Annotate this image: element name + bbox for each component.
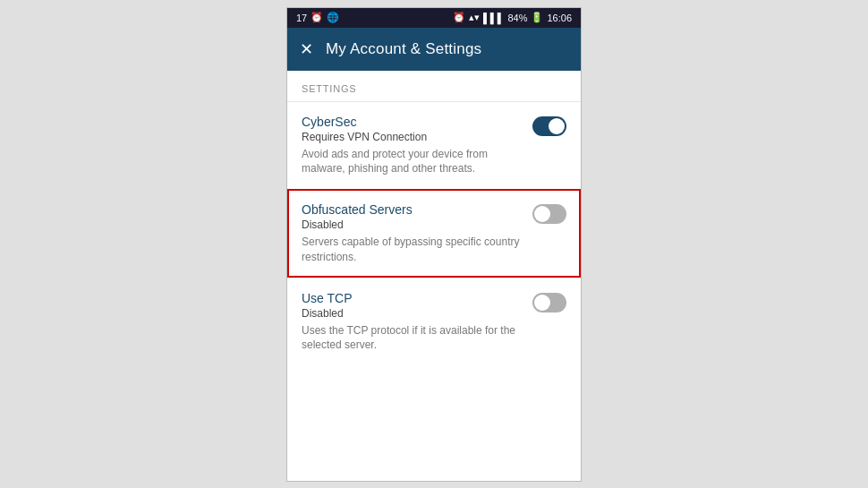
battery-level: 84% bbox=[507, 13, 527, 23]
vpn-icon: 🌐 bbox=[327, 12, 339, 23]
phone-frame: 17 ⏰ 🌐 ⏰ ▴▾ ▌▌▌ 84% 🔋 16:06 ✕ My Account… bbox=[286, 7, 582, 482]
obfuscated-text: Obfuscated Servers Disabled Servers capa… bbox=[302, 202, 523, 265]
status-right: ⏰ ▴▾ ▌▌▌ 84% 🔋 16:06 bbox=[453, 12, 572, 23]
obfuscated-description: Servers capable of bypassing specific co… bbox=[302, 235, 523, 265]
close-button[interactable]: ✕ bbox=[300, 39, 313, 59]
notification-count: 17 bbox=[296, 13, 307, 23]
cybersec-title: CyberSec bbox=[302, 115, 523, 129]
cybersec-toggle-knob bbox=[549, 118, 565, 134]
usetcp-toggle[interactable] bbox=[532, 293, 566, 312]
setting-item-usetcp: Use TCP Disabled Uses the TCP protocol i… bbox=[287, 278, 581, 366]
section-label: SETTINGS bbox=[287, 71, 581, 101]
battery-icon: 🔋 bbox=[531, 12, 543, 23]
cybersec-subtitle: Requires VPN Connection bbox=[302, 131, 523, 143]
alarm-icon: ⏰ bbox=[311, 12, 323, 23]
usetcp-text: Use TCP Disabled Uses the TCP protocol i… bbox=[302, 291, 523, 354]
usetcp-subtitle: Disabled bbox=[302, 307, 523, 320]
usetcp-description: Uses the TCP protocol if it is available… bbox=[302, 323, 523, 354]
top-bar: ✕ My Account & Settings bbox=[287, 28, 581, 71]
status-bar: 17 ⏰ 🌐 ⏰ ▴▾ ▌▌▌ 84% 🔋 16:06 bbox=[287, 8, 581, 28]
usetcp-toggle-knob bbox=[534, 295, 550, 311]
cybersec-text: CyberSec Requires VPN Connection Avoid a… bbox=[302, 115, 523, 177]
setting-item-obfuscated: Obfuscated Servers Disabled Servers capa… bbox=[287, 189, 581, 278]
obfuscated-toggle[interactable] bbox=[532, 204, 566, 224]
obfuscated-subtitle: Disabled bbox=[302, 218, 523, 231]
settings-content: SETTINGS CyberSec Requires VPN Connectio… bbox=[287, 71, 581, 481]
cybersec-description: Avoid ads and protect your device from m… bbox=[302, 147, 523, 177]
wifi-icon: ▴▾ bbox=[469, 12, 480, 23]
clock: 16:06 bbox=[547, 13, 572, 23]
page-title: My Account & Settings bbox=[326, 40, 481, 58]
obfuscated-title: Obfuscated Servers bbox=[302, 202, 523, 217]
usetcp-title: Use TCP bbox=[302, 291, 523, 305]
signal-icon: ▌▌▌ bbox=[483, 13, 504, 23]
setting-item-cybersec: CyberSec Requires VPN Connection Avoid a… bbox=[287, 101, 581, 190]
alarm2-icon: ⏰ bbox=[453, 12, 465, 23]
cybersec-toggle[interactable] bbox=[532, 116, 566, 136]
status-left: 17 ⏰ 🌐 bbox=[296, 12, 339, 23]
obfuscated-toggle-knob bbox=[534, 206, 550, 222]
